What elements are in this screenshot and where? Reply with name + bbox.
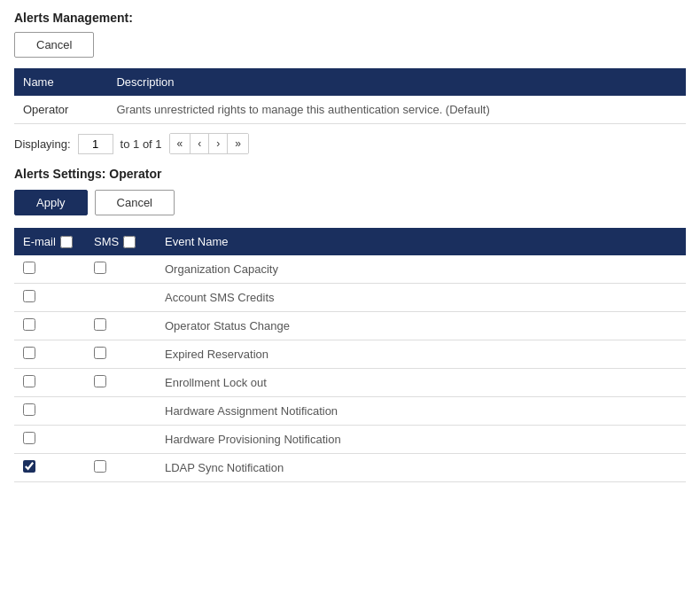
list-item: Organization Capacity <box>14 255 686 284</box>
event-name: Expired Reservation <box>156 340 686 369</box>
email-checkbox-3[interactable] <box>23 347 35 359</box>
col-sms-header: SMS <box>85 228 156 255</box>
sms-cell <box>85 397 156 426</box>
page-input[interactable] <box>78 134 113 154</box>
email-cell <box>14 426 85 454</box>
list-item: Expired Reservation <box>14 340 686 369</box>
email-cell <box>14 340 85 369</box>
sms-cell <box>85 284 156 312</box>
email-cell <box>14 454 85 482</box>
role-name: Operator <box>14 96 107 124</box>
sms-cell <box>85 340 156 369</box>
event-name: Enrollment Lock out <box>156 369 686 397</box>
role-description: Grants unrestricted rights to manage thi… <box>107 96 686 124</box>
email-cell <box>14 397 85 426</box>
email-checkbox-2[interactable] <box>23 318 35 331</box>
sms-checkbox-4[interactable] <box>94 375 106 387</box>
sms-cell <box>85 426 156 454</box>
email-cell <box>14 284 85 312</box>
alerts-settings-title: Alerts Settings: Operator <box>14 167 686 181</box>
roles-table: Name Description Operator Grants unrestr… <box>14 68 686 124</box>
event-name: Hardware Provisioning Notification <box>156 426 686 454</box>
email-all-checkbox[interactable] <box>60 236 73 248</box>
email-checkbox-6[interactable] <box>23 432 35 444</box>
list-item: LDAP Sync Notification <box>14 454 686 482</box>
sms-cell <box>85 255 156 284</box>
list-item: Enrollment Lock out <box>14 369 686 397</box>
event-name: Hardware Assignment Notification <box>156 397 686 426</box>
prev-page-button[interactable]: ‹ <box>191 134 209 153</box>
col-name: Name <box>14 68 107 96</box>
sms-cell <box>85 454 156 482</box>
col-description: Description <box>107 68 686 96</box>
pagination: Displaying: to 1 of 1 « ‹ › » <box>14 133 686 154</box>
event-name: Operator Status Change <box>156 312 686 340</box>
event-name: LDAP Sync Notification <box>156 454 686 482</box>
sms-all-checkbox[interactable] <box>123 236 136 248</box>
list-item: Hardware Provisioning Notification <box>14 426 686 454</box>
cancel-bottom-button[interactable]: Cancel <box>95 190 175 215</box>
sms-checkbox-7[interactable] <box>94 460 106 473</box>
sms-checkbox-3[interactable] <box>94 347 106 359</box>
cancel-top-button[interactable]: Cancel <box>14 32 94 58</box>
list-item: Account SMS Credits <box>14 284 686 312</box>
email-col-label: E-mail <box>23 235 56 248</box>
list-item: Operator Status Change <box>14 312 686 340</box>
email-cell <box>14 312 85 340</box>
sms-cell <box>85 312 156 340</box>
last-page-button[interactable]: » <box>228 134 248 153</box>
event-name: Account SMS Credits <box>156 284 686 312</box>
displaying-label: Displaying: <box>14 137 71 151</box>
email-checkbox-4[interactable] <box>23 375 35 387</box>
sms-checkbox-0[interactable] <box>94 262 106 274</box>
next-page-button[interactable]: › <box>209 134 228 153</box>
email-cell <box>14 255 85 284</box>
email-cell <box>14 369 85 397</box>
page-title: Alerts Management: <box>14 11 686 25</box>
sms-checkbox-2[interactable] <box>94 318 106 331</box>
events-table: E-mail SMS Event Name Organization Capac… <box>14 228 686 482</box>
apply-button[interactable]: Apply <box>14 190 88 215</box>
table-row: Operator Grants unrestricted rights to m… <box>14 96 686 124</box>
email-checkbox-1[interactable] <box>23 290 35 302</box>
event-name: Organization Capacity <box>156 255 686 284</box>
email-checkbox-5[interactable] <box>23 403 35 416</box>
sms-cell <box>85 369 156 397</box>
first-page-button[interactable]: « <box>170 134 191 153</box>
pagination-nav: « ‹ › » <box>169 133 249 154</box>
list-item: Hardware Assignment Notification <box>14 397 686 426</box>
email-checkbox-0[interactable] <box>23 262 35 274</box>
col-event-name-header: Event Name <box>156 228 686 255</box>
email-checkbox-7[interactable] <box>23 460 35 473</box>
col-email-header: E-mail <box>14 228 85 255</box>
sms-col-label: SMS <box>94 235 119 248</box>
pagination-total: to 1 of 1 <box>121 137 162 151</box>
